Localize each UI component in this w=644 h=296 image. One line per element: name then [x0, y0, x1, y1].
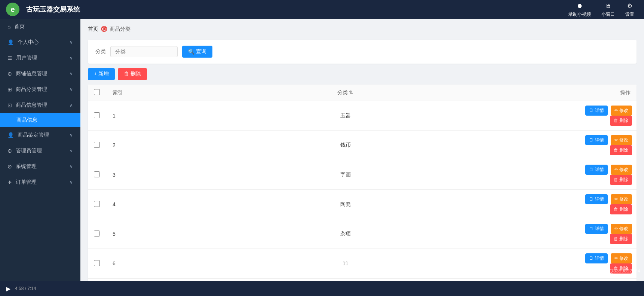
- footer-bar: ▶ 4:58 / 7:14: [0, 281, 644, 296]
- filter-bar: 分类 🔍 查询: [88, 40, 637, 64]
- row-index: 3: [107, 160, 137, 190]
- settings-icon: ⚙: [625, 1, 634, 10]
- row-actions: 🗒 详情 ✏ 修改 🗑 删除: [554, 131, 637, 160]
- sidebar-item-label: 系统管理: [16, 163, 37, 170]
- chevron-icon: ∨: [70, 87, 73, 92]
- sidebar-item-label: 用户管理: [16, 55, 37, 61]
- delete-button[interactable]: 🗑 删除: [610, 234, 632, 244]
- row-checkbox[interactable]: [94, 260, 100, 266]
- sidebar-item-home[interactable]: ⌂ 首页: [0, 19, 80, 34]
- row-index: 5: [107, 219, 137, 249]
- select-all-checkbox[interactable]: [94, 89, 100, 95]
- table-row: 2 钱币 🗒 详情 ✏ 修改 🗑 删除: [88, 131, 637, 160]
- row-checkbox[interactable]: [94, 171, 100, 177]
- row-actions: 🗒 详情 ✏ 修改 🗑 删除: [554, 219, 637, 249]
- sidebar-item-label: 商品信息管理: [16, 102, 47, 109]
- edit-button[interactable]: ✏ 修改: [611, 194, 632, 204]
- table-header-row: 索引 分类 ⇅ 操作: [88, 85, 637, 101]
- row-category: 11: [137, 249, 554, 278]
- search-icon: 🔍: [188, 49, 194, 55]
- chevron-icon: ∨: [70, 132, 73, 138]
- sidebar-item-appraisal[interactable]: 👤 商品鉴定管理 ∨: [0, 127, 80, 143]
- sidebar-item-personal[interactable]: 👤 个人中心 ∨: [0, 34, 80, 50]
- row-checkbox[interactable]: [94, 231, 100, 237]
- detail-button[interactable]: 🗒 详情: [585, 253, 607, 263]
- row-index: 6: [107, 249, 137, 278]
- users-icon: ☰: [7, 55, 12, 61]
- row-category: 玉器: [137, 101, 554, 131]
- breadcrumb-separator: ⑩: [101, 25, 107, 34]
- sidebar-item-system[interactable]: ⊙ 系统管理 ∨: [0, 159, 80, 174]
- sidebar-item-product-category[interactable]: ⊞ 商品分类管理 ∨: [0, 82, 80, 97]
- delete-button[interactable]: 🗑 删除: [610, 145, 632, 155]
- breadcrumb-home[interactable]: 首页: [88, 26, 98, 33]
- sidebar-item-admin[interactable]: ⊙ 管理员管理 ∨: [0, 143, 80, 159]
- sidebar-item-product-info[interactable]: ⊡ 商品信息管理 ∧: [0, 97, 80, 113]
- sidebar-item-orders[interactable]: ✈ 订单管理 ∨: [0, 174, 80, 190]
- chevron-up-icon: ∧: [70, 103, 73, 108]
- play-button[interactable]: ▶: [6, 285, 10, 292]
- orders-icon: ✈: [7, 179, 12, 185]
- row-checkbox[interactable]: [94, 201, 100, 207]
- detail-button[interactable]: 🗒 详情: [585, 106, 607, 116]
- sidebar-item-users[interactable]: ☰ 用户管理 ∨: [0, 50, 80, 66]
- logo-icon: e: [6, 3, 19, 16]
- delete-button[interactable]: 🗑 删除: [610, 175, 632, 185]
- mini-window-icon: 🖥: [604, 1, 613, 10]
- chevron-icon: ∨: [70, 180, 73, 185]
- header: e 古玩玉器交易系统 ⏺ 录制小视频 🖥 小窗口 ⚙ 设置: [0, 0, 644, 19]
- sidebar-item-shop[interactable]: ⊙ 商铺信息管理 ∨: [0, 66, 80, 82]
- table-row: 1 玉器 🗒 详情 ✏ 修改 🗑 删除: [88, 101, 637, 131]
- bulk-delete-button[interactable]: 🗑 删除: [118, 68, 147, 80]
- row-checkbox-cell: [88, 101, 107, 131]
- mini-window-button[interactable]: 🖥 小窗口: [598, 0, 619, 19]
- chevron-icon: ∨: [70, 40, 73, 45]
- add-button[interactable]: + 新增: [88, 68, 115, 80]
- row-checkbox-cell: [88, 190, 107, 219]
- detail-button[interactable]: 🗒 详情: [585, 165, 607, 175]
- edit-button[interactable]: ✏ 修改: [611, 106, 632, 116]
- header-category: 分类 ⇅: [137, 85, 554, 101]
- table-row: 6 11 🗒 详情 ✏ 修改 🗑 删除: [88, 249, 637, 278]
- record-video-button[interactable]: ⏺ 录制小视频: [565, 0, 595, 19]
- edit-button[interactable]: ✏ 修改: [611, 224, 632, 234]
- filter-label: 分类: [95, 48, 106, 55]
- pagination: 共 6 条 10条/页 20条/页 50条/页 < 1 > 前往 页: [88, 278, 637, 281]
- category-filter-input[interactable]: [110, 46, 178, 57]
- delete-button[interactable]: 🗑 删除: [610, 263, 632, 274]
- header-right: ⏺ 录制小视频 🖥 小窗口 ⚙ 设置: [565, 0, 638, 19]
- sidebar-item-label: 商铺信息管理: [16, 70, 47, 77]
- table-row: 4 陶瓷 🗒 详情 ✏ 修改 🗑 删除: [88, 190, 637, 219]
- sidebar-item-label: 商品鉴定管理: [18, 132, 49, 138]
- delete-button[interactable]: 🗑 删除: [610, 204, 632, 214]
- product-icon: ⊡: [7, 102, 12, 108]
- data-table: 索引 分类 ⇅ 操作 1 玉器 🗒 详情 ✏ 修改 🗑 删除 2 钱币 🗒 详情: [88, 85, 637, 281]
- detail-button[interactable]: 🗒 详情: [585, 135, 607, 145]
- row-actions: 🗒 详情 ✏ 修改 🗑 删除: [554, 101, 637, 131]
- edit-button[interactable]: ✏ 修改: [611, 165, 632, 175]
- person-icon: 👤: [7, 39, 14, 45]
- breadcrumb: 首页 ⑩ 商品分类: [88, 25, 637, 34]
- sidebar-subitem-product[interactable]: 商品信息: [0, 113, 80, 127]
- edit-button[interactable]: ✏ 修改: [611, 253, 632, 263]
- breadcrumb-current: 商品分类: [110, 26, 131, 33]
- shop-icon: ⊙: [7, 71, 12, 77]
- search-button[interactable]: 🔍 查询: [182, 46, 212, 58]
- sidebar-item-label: 首页: [14, 23, 25, 30]
- row-checkbox[interactable]: [94, 142, 100, 148]
- action-bar: + 新增 🗑 删除: [88, 68, 637, 80]
- detail-button[interactable]: 🗒 详情: [585, 224, 607, 234]
- settings-button[interactable]: ⚙ 设置: [622, 0, 638, 19]
- sidebar-item-label: 管理员管理: [16, 147, 42, 154]
- layout: ⌂ 首页 👤 个人中心 ∨ ☰ 用户管理 ∨ ⊙ 商铺信息管理 ∨: [0, 19, 644, 281]
- row-category: 杂项: [137, 219, 554, 249]
- admin-icon: ⊙: [7, 148, 12, 154]
- edit-button[interactable]: ✏ 修改: [611, 135, 632, 145]
- row-checkbox[interactable]: [94, 112, 100, 118]
- sidebar-item-label: 个人中心: [18, 39, 39, 46]
- row-index: 1: [107, 101, 137, 131]
- header-action: 操作: [554, 85, 637, 101]
- sidebar: ⌂ 首页 👤 个人中心 ∨ ☰ 用户管理 ∨ ⊙ 商铺信息管理 ∨: [0, 19, 80, 281]
- delete-button[interactable]: 🗑 删除: [610, 116, 632, 126]
- detail-button[interactable]: 🗒 详情: [585, 194, 607, 204]
